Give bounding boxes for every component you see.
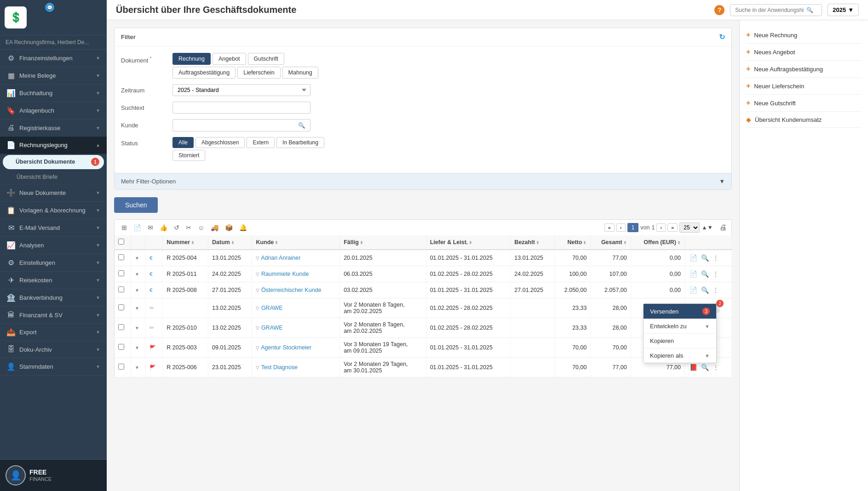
status-btn-alle[interactable]: Alle (172, 137, 194, 148)
sidebar-item-bankverbindung[interactable]: 🏦 Bankverbindung ▼ (0, 289, 107, 307)
search-doc-icon[interactable]: 🔍 (700, 285, 710, 295)
col-datum[interactable]: Datum⬍ (208, 235, 252, 250)
sidebar-item-finanzeinstellungen[interactable]: ⚙ Finanzeinstellungen ▼ (0, 50, 107, 67)
sidebar-item-buchhaltung[interactable]: 📊 Buchhaltung ▼ (0, 85, 107, 102)
row-kunde[interactable]: ▽ Test Diagnose (252, 358, 340, 377)
row-expand[interactable]: ▼ (131, 282, 145, 298)
row-checkbox[interactable] (118, 254, 124, 260)
zeitraum-select[interactable]: 2025 - Standard (172, 84, 310, 96)
btn-gutschrift[interactable]: Gutschrift (248, 53, 285, 65)
rp-item-neue-auftragsbestatigung[interactable]: + Neue Auftragsbestätigung (746, 61, 862, 78)
kunde-search-icon[interactable]: 🔍 (298, 122, 305, 129)
year-selector[interactable]: 2025 ▼ (828, 4, 859, 16)
emoji-icon[interactable]: ☺ (195, 223, 207, 233)
search-doc-icon[interactable]: 🔍 (700, 269, 710, 279)
col-offen[interactable]: Offen (EUR)⬍ (631, 235, 684, 250)
bell-icon[interactable]: 🔔 (237, 223, 249, 233)
sidebar-item-registrierkasse[interactable]: 🖨 Registrierkasse ▼ (0, 120, 107, 137)
status-btn-extern[interactable]: Extern (247, 137, 275, 148)
rp-item-neue-rechnung[interactable]: + Neue Rechnung (746, 27, 862, 44)
pdf-icon[interactable]: 📄 (689, 269, 698, 279)
row-kunde[interactable]: ▽ Adrian Anrainer (252, 250, 340, 266)
btn-angebot[interactable]: Angebot (213, 53, 246, 65)
kunde-link[interactable]: Test Diagnose (261, 364, 298, 371)
status-btn-in-bearbeitung[interactable]: In Bearbeitung (276, 137, 324, 148)
sidebar-item-finanzamt-sv[interactable]: 🏛 Finanzamt & SV ▼ (0, 307, 107, 324)
row-kunde[interactable]: ▽ Agentur Stockmeier (252, 338, 340, 358)
col-nummer[interactable]: Nummer⬍ (163, 235, 208, 250)
row-kunde[interactable]: ▽ Raummiete Kunde (252, 266, 340, 282)
sidebar-item-anlagenbuch[interactable]: 🔖 Anlagenbuch ▼ (0, 102, 107, 120)
box-icon[interactable]: 📦 (223, 223, 235, 233)
more-actions-icon[interactable]: ⋮ (712, 363, 720, 372)
sidebar-item-export[interactable]: 📤 Export ▼ (0, 324, 107, 341)
context-menu-item-entwickeln-zu[interactable]: Entwickeln zu ▼ (644, 319, 716, 334)
sidebar-item-reisekosten[interactable]: ✈ Reisekosten ▼ (0, 272, 107, 289)
context-menu-item-kopieren-als[interactable]: Kopieren als ▼ (644, 348, 716, 363)
col-gesamt[interactable]: Gesamt⬍ (591, 235, 631, 250)
context-menu-item-versenden[interactable]: Versenden 3 (644, 304, 716, 319)
prev-page-button[interactable]: ‹ (616, 223, 626, 232)
print-icon[interactable]: 🖨 (719, 223, 727, 232)
row-expand[interactable]: ▼ (131, 298, 145, 318)
scissors-icon[interactable]: ✂ (184, 223, 194, 233)
truck-icon[interactable]: 🚚 (208, 223, 221, 233)
sidebar-item-meine-belege[interactable]: ▦ Meine Belege ▼ (0, 67, 107, 85)
sidebar-item-stammdaten[interactable]: 👤 Stammdaten ▼ (0, 358, 107, 376)
search-input[interactable] (735, 7, 804, 13)
pdf-icon[interactable]: 📄 (689, 285, 698, 295)
doc-icon[interactable]: 📄 (131, 223, 144, 233)
col-bezahlt[interactable]: Bezahlt⬍ (511, 235, 554, 250)
kunde-link[interactable]: GRAWE (261, 305, 283, 311)
btn-mahnung[interactable]: Mahnung (282, 67, 318, 79)
search-doc-icon[interactable]: 🔍 (700, 253, 710, 263)
col-liefer-leist[interactable]: Liefer & Leist.⬍ (426, 235, 511, 250)
row-expand[interactable]: ▼ (131, 318, 145, 338)
kunde-link[interactable]: GRAWE (261, 325, 283, 331)
table-icon[interactable]: ⊞ (119, 223, 129, 233)
rp-item-neue-gutschrift[interactable]: + Neue Gutschrift (746, 95, 862, 112)
sidebar-item-rechnungslegung[interactable]: 📄 Rechnungslegung ▲ (0, 137, 107, 154)
sidebar-item-doku-archiv[interactable]: 🗄 Doku-Archiv ▼ (0, 341, 107, 358)
row-checkbox[interactable] (118, 344, 124, 350)
pdf-icon[interactable]: 📄 (689, 253, 698, 263)
rp-item-neues-angebot[interactable]: + Neues Angebot (746, 44, 862, 61)
row-kunde[interactable]: ▽ GRAWE (252, 318, 340, 338)
status-btn-abgeschlossen[interactable]: Abgeschlossen (195, 137, 245, 148)
kunde-link[interactable]: Österreichischer Kunde (261, 287, 322, 293)
col-kunde[interactable]: Kunde⬍ (252, 235, 340, 250)
row-kunde[interactable]: ▽ Österreichischer Kunde (252, 282, 340, 298)
col-fallig[interactable]: Fällig⬍ (340, 235, 426, 250)
chat-badge[interactable]: 💬 (45, 3, 54, 12)
row-checkbox[interactable] (118, 304, 124, 310)
refresh-icon[interactable]: ↻ (719, 33, 725, 41)
row-expand[interactable]: ▼ (131, 338, 145, 358)
btn-auftragsbestatigung[interactable]: Auftragsbestätigung (172, 67, 236, 79)
btn-rechnung[interactable]: Rechnung (172, 53, 211, 65)
rp-item-uebersicht-kundenumsatz[interactable]: ◆ Übersicht Kundenumsatz (746, 112, 862, 128)
row-checkbox[interactable] (118, 286, 124, 292)
first-page-button[interactable]: « (604, 223, 615, 232)
refresh2-icon[interactable]: ↺ (172, 223, 182, 233)
sidebar-subitem-uebersicht-dokumente[interactable]: Übersicht Dokumente 1 (3, 155, 104, 169)
last-page-button[interactable]: » (667, 223, 678, 232)
mehr-filter-toggle[interactable]: Mehr Filter-Optionen ▼ (115, 173, 731, 189)
row-checkbox[interactable] (118, 324, 124, 330)
row-kunde[interactable]: ▽ GRAWE (252, 298, 340, 318)
more-actions-icon[interactable]: ⋮ (712, 269, 720, 279)
kunde-search-input[interactable] (178, 122, 298, 129)
row-expand[interactable]: ▼ (131, 358, 145, 377)
row-expand[interactable]: ▼ (131, 266, 145, 282)
email-toolbar-icon[interactable]: ✉ (145, 223, 155, 233)
sidebar-item-vorlagen[interactable]: 📋 Vorlagen & Aborechnung ▼ (0, 202, 107, 219)
pdf-red-icon[interactable]: 📕 (689, 363, 698, 372)
suchen-button[interactable]: Suchen (114, 197, 158, 213)
sidebar-item-neue-dokumente[interactable]: ➕ Neue Dokumente ▼ (0, 184, 107, 202)
kunde-link[interactable]: Raummiete Kunde (261, 271, 309, 277)
status-btn-storniert[interactable]: Storniert (172, 150, 205, 161)
kunde-link[interactable]: Agentur Stockmeier (261, 344, 311, 351)
next-page-button[interactable]: › (656, 223, 666, 232)
sidebar-subitem-uebersicht-briefe[interactable]: Übersicht Briefe (0, 170, 107, 184)
sidebar-item-email-versand[interactable]: ✉ E-Mail Versand ▼ (0, 219, 107, 237)
row-expand[interactable]: ▼ (131, 250, 145, 266)
